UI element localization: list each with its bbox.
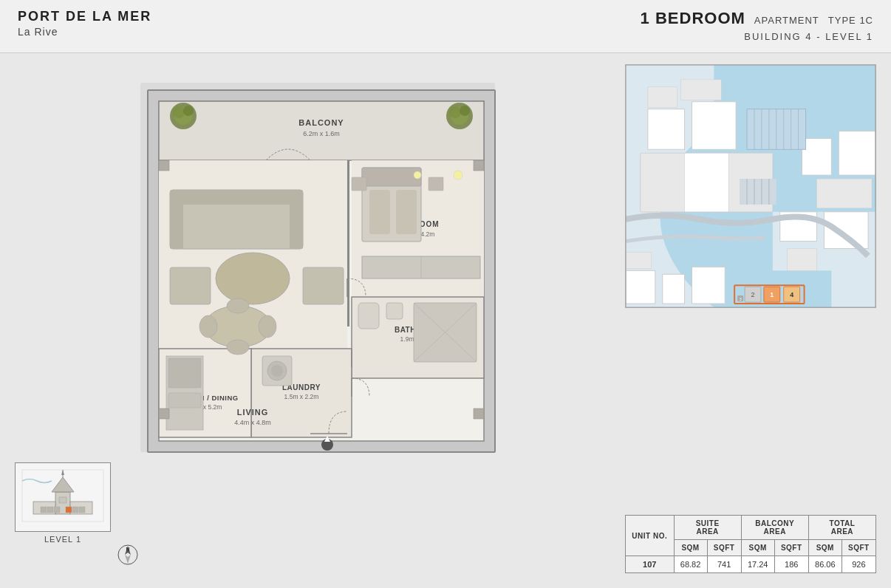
north-arrow: N (117, 544, 139, 566)
svg-rect-50 (170, 190, 303, 205)
total-sqft-cell: 926 (842, 556, 875, 573)
svg-rect-86 (788, 248, 817, 270)
svg-text:1.5m x 2.2m: 1.5m x 2.2m (284, 393, 319, 400)
suite-area-header: SUITE AREA (674, 516, 741, 540)
svg-text:N: N (126, 547, 129, 552)
header-right: 1 BEDROOM APARTMENT TYPE 1C BUILDING 4 -… (641, 9, 873, 42)
svg-rect-83 (681, 80, 722, 100)
svg-point-28 (454, 171, 462, 180)
level-label: LEVEL (825, 31, 862, 42)
level-diagram-box (15, 462, 111, 532)
svg-rect-129 (72, 507, 78, 513)
svg-rect-128 (66, 507, 72, 513)
svg-rect-68 (159, 160, 169, 171)
header-left: PORT DE LA MER La Rive (18, 9, 151, 38)
svg-rect-107 (816, 179, 872, 208)
level-diagram-svg (18, 466, 107, 525)
svg-rect-125 (41, 507, 47, 513)
svg-rect-25 (352, 177, 366, 191)
suite-sqft-cell: 741 (707, 556, 741, 573)
svg-point-42 (271, 365, 283, 377)
svg-rect-55 (303, 267, 344, 304)
svg-rect-69 (474, 160, 484, 171)
svg-rect-82 (648, 87, 677, 108)
svg-rect-106 (839, 131, 875, 175)
svg-text:BALCONY: BALCONY (298, 118, 344, 127)
project-sub: La Rive (18, 26, 151, 38)
data-table-container: UNIT NO. SUITE AREA BALCONY AREA TOTAL A… (625, 515, 876, 573)
suite-sqft-header: SQFT (707, 540, 741, 556)
suite-sqm-cell: 68.82 (674, 556, 707, 573)
balcony-sqm-header: SQM (741, 540, 774, 556)
svg-rect-126 (47, 507, 53, 513)
total-sqm-cell: 86.06 (808, 556, 842, 573)
floorplan-container: BALCONY 6.2m x 1.6m (118, 68, 532, 482)
svg-rect-102 (626, 252, 652, 268)
svg-rect-22 (369, 190, 390, 234)
dash: - (816, 31, 821, 42)
svg-rect-71 (474, 408, 484, 419)
apartment-label: APARTMENT (754, 15, 819, 26)
balcony-sqft-cell: 186 (774, 556, 808, 573)
svg-rect-47 (168, 358, 201, 388)
data-table: UNIT NO. SUITE AREA BALCONY AREA TOTAL A… (625, 515, 876, 573)
svg-point-53 (216, 253, 290, 304)
svg-rect-48 (168, 393, 201, 408)
svg-rect-24 (429, 177, 443, 191)
svg-marker-118 (52, 477, 74, 492)
header: PORT DE LA MER La Rive 1 BEDROOM APARTME… (0, 0, 891, 53)
suite-sqm-header: SQM (674, 540, 707, 556)
svg-rect-23 (396, 190, 417, 234)
total-area-header: TOTAL AREA (808, 516, 875, 540)
svg-point-13 (460, 106, 470, 116)
total-sqft-header: SQFT (842, 540, 875, 556)
svg-rect-78 (685, 153, 729, 212)
svg-text:1: 1 (770, 291, 774, 298)
svg-rect-130 (79, 507, 85, 513)
svg-text:2: 2 (751, 291, 754, 298)
svg-point-12 (449, 106, 461, 118)
svg-rect-54 (170, 267, 211, 304)
svg-rect-101 (626, 270, 655, 304)
svg-marker-120 (61, 470, 64, 475)
level-num: 1 (867, 31, 873, 42)
svg-point-59 (227, 298, 249, 313)
svg-rect-105 (802, 138, 832, 175)
main-content: BALCONY 6.2m x 1.6m (0, 53, 891, 588)
svg-rect-127 (54, 507, 60, 513)
svg-point-9 (183, 106, 194, 116)
svg-point-57 (199, 315, 217, 338)
north-arrow-svg: N (117, 544, 139, 566)
unit-no-header: UNIT NO. (626, 516, 675, 556)
svg-point-60 (227, 340, 249, 355)
svg-rect-21 (362, 168, 421, 186)
sitemap-container: 1 2 4 3 (625, 64, 876, 308)
svg-rect-80 (648, 109, 685, 150)
balcony-sqm-cell: 17.24 (741, 556, 774, 573)
svg-rect-123 (59, 497, 66, 503)
level-text: LEVEL 1 (15, 535, 111, 544)
floorplan-svg: BALCONY 6.2m x 1.6m (118, 68, 532, 482)
project-name: PORT DE LA MER (18, 9, 151, 24)
level-diagram: LEVEL 1 (15, 462, 111, 544)
svg-rect-33 (386, 303, 403, 319)
type-label: TYPE 1C (828, 15, 873, 26)
balcony-sqft-header: SQFT (774, 540, 808, 556)
svg-text:LIVING: LIVING (237, 408, 269, 417)
svg-rect-81 (692, 102, 736, 150)
svg-rect-32 (358, 303, 379, 329)
svg-text:6.2m x 1.6m: 6.2m x 1.6m (303, 130, 340, 137)
svg-text:4.4m x 4.8m: 4.4m x 4.8m (234, 419, 271, 426)
svg-rect-52 (290, 190, 303, 249)
unit-no-cell: 107 (626, 556, 675, 573)
building-label: BUILDING 4 (744, 31, 812, 42)
svg-point-58 (259, 315, 276, 338)
bedroom-label: 1 BEDROOM (641, 9, 745, 28)
svg-rect-70 (159, 408, 169, 419)
header-type: 1 BEDROOM APARTMENT TYPE 1C (641, 9, 873, 28)
svg-point-8 (173, 106, 185, 118)
balcony-area-header: BALCONY AREA (741, 516, 808, 540)
svg-rect-104 (692, 267, 725, 304)
svg-rect-51 (170, 190, 183, 249)
svg-text:4: 4 (790, 291, 793, 298)
